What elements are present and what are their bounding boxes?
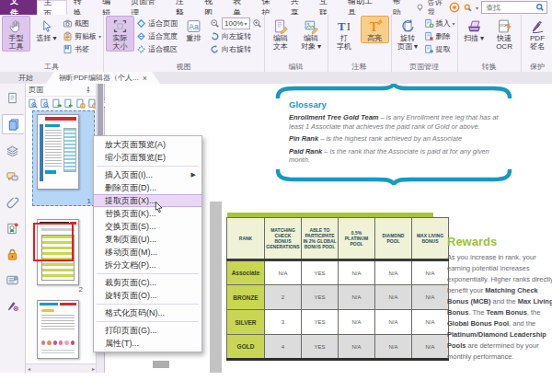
context-menu-item-5[interactable]: 提取页面(X)... xyxy=(94,194,201,207)
context-menu-item-1[interactable]: 缩小页面预览(E) xyxy=(94,151,201,164)
context-menu-item-9[interactable]: 移动页面(M)... xyxy=(94,246,201,259)
panel-tool-page-zoom-out[interactable] xyxy=(40,98,51,110)
panel-tool-page-insert[interactable] xyxy=(52,98,63,110)
menu-tab-10[interactable]: 辅助工具 xyxy=(341,0,385,15)
menu-tab-2[interactable]: 编辑 xyxy=(96,0,124,15)
ribbon-small-button-0-2-1[interactable]: 剪贴板▾ xyxy=(63,30,101,42)
ribbon-group-0: 手型 工具选择 ▾截图剪贴板▾书签工具 xyxy=(0,15,104,72)
sidebar-item-security[interactable] xyxy=(3,245,23,263)
ribbon-button-5-1[interactable]: OCR快速 OCR xyxy=(490,16,519,52)
page-thumbnail-2[interactable]: 2 xyxy=(37,219,86,285)
ribbon-small-button-4-1-1[interactable]: 删除 xyxy=(424,30,455,42)
menu-tab-0[interactable]: 主页 xyxy=(37,0,67,15)
ribbon-small-button-1-3-0[interactable]: 100%▾ xyxy=(210,17,261,29)
context-menu-item-7[interactable]: 交换页面(S)... xyxy=(94,220,201,233)
sidebar-item-digital-signatures[interactable] xyxy=(3,219,23,237)
typewriter-icon: TI xyxy=(337,18,352,34)
scroll-right-arrow-icon[interactable]: ▸ xyxy=(92,365,95,372)
menu-tab-11[interactable]: 帮助 xyxy=(386,0,415,15)
ribbon-button-3-0[interactable]: TI打 字机 xyxy=(330,16,359,52)
context-menu-item-15[interactable]: 格式化页码(N)... xyxy=(94,306,201,319)
bulb-icon xyxy=(415,3,425,13)
context-menu-item-13[interactable]: 旋转页面(O)... xyxy=(94,289,201,302)
favorite-icon[interactable] xyxy=(449,2,460,13)
ribbon-button-1-0[interactable]: 实际 大小 xyxy=(106,16,134,52)
search-options-dropdown-icon[interactable]: ▾ xyxy=(476,5,478,11)
nav-page-icon xyxy=(6,91,19,105)
sidebar-item-fields[interactable] xyxy=(3,271,23,289)
sidebar-item-bookmarks[interactable] xyxy=(3,88,23,107)
menu-item-label: 交换页面(S)... xyxy=(105,220,156,233)
menu-tab-6[interactable]: 表单 xyxy=(226,0,255,15)
context-menu-item-3[interactable]: 插入页面(I)...▶ xyxy=(94,168,201,181)
sidebar-item-sign[interactable] xyxy=(3,296,23,315)
document-tab-0[interactable]: 开始 xyxy=(6,72,46,84)
ribbon-small-button-4-1-2[interactable]: 提取 xyxy=(424,43,455,55)
ribbon-button-2-0[interactable]: 编辑 文本 xyxy=(267,16,295,52)
menu-tab-8[interactable]: 共享 xyxy=(284,0,313,15)
ribbon-button-4-0[interactable]: 旋转 页面 ▾ xyxy=(394,16,422,52)
sidebar-item-pages[interactable] xyxy=(2,114,24,134)
ribbon-button-0-0[interactable]: 手型 工具 xyxy=(2,16,30,52)
ribbon-button-label: 旋转 页面 ▾ xyxy=(397,34,418,51)
context-menu-item-6[interactable]: 替换页面(K)... xyxy=(94,207,201,220)
panel-tool-page-extract[interactable] xyxy=(63,98,75,110)
panel-tool-page-rotate-left[interactable] xyxy=(75,98,86,110)
document-scrollbar-thumb[interactable] xyxy=(153,361,169,368)
page-thumbnail-1[interactable]: 1 xyxy=(32,110,95,206)
context-menu-item-10[interactable]: 拆分文档(P)... xyxy=(94,259,201,271)
context-menu-item-12[interactable]: 裁剪页面(C)... xyxy=(94,276,201,289)
ribbon-group-label-4: 页面管理 xyxy=(394,62,455,72)
menu-tab-7[interactable]: 保护 xyxy=(255,0,283,15)
menu-tab-1[interactable]: 转换 xyxy=(67,0,96,15)
menu-tab-5[interactable]: 视图 xyxy=(198,0,226,15)
ribbon-button-0-1[interactable]: 选择 ▾ xyxy=(32,16,61,43)
thumbnail-content xyxy=(41,315,75,331)
context-menu-item-18[interactable]: 属性(T)... xyxy=(94,337,201,350)
sidebar-item-layers[interactable] xyxy=(3,142,23,160)
document-tab-1[interactable]: 福昕PDF编辑器（个人...× xyxy=(46,72,160,84)
search-options-icon[interactable] xyxy=(463,3,473,13)
file-menu-button[interactable]: 文件 xyxy=(0,0,37,15)
glossary-definition: – is the highest rank achieved by an Ass… xyxy=(318,134,462,143)
sidebar-item-attachments[interactable] xyxy=(3,193,23,212)
ribbon-small-button-0-2-2[interactable]: 书签 xyxy=(63,43,101,55)
ocr-icon: OCR xyxy=(497,18,512,34)
scroll-left-arrow-icon[interactable]: ◂ xyxy=(28,365,30,372)
search-icon[interactable] xyxy=(535,3,545,12)
panel-tool-page-zoom-in[interactable] xyxy=(28,98,39,110)
ribbon-small-button-1-1-1[interactable]: 适合宽度 xyxy=(136,30,178,42)
ribbon-group-5: 扫描 ▾OCR快速 OCR转换 xyxy=(458,15,522,72)
ribbon-small-button-0-2-0[interactable]: 截图 xyxy=(63,17,101,29)
context-menu-item-4[interactable]: 删除页面(D)... xyxy=(94,181,201,194)
ribbon-small-button-1-3-1[interactable]: 向左旋转 xyxy=(210,30,261,42)
panel-horizontal-scrollbar[interactable]: ◂ ▸ xyxy=(26,363,97,373)
zoom-level-select[interactable]: 100%▾ xyxy=(222,17,249,29)
ribbon-small-button-4-1-0[interactable]: 插入▾ xyxy=(424,17,455,29)
thumbnail-content xyxy=(45,117,76,121)
ribbon-button-6-0[interactable]: PDF 签名 xyxy=(523,16,552,52)
search-input[interactable] xyxy=(484,3,535,13)
fit-visible-icon xyxy=(136,44,146,54)
svg-text:I: I xyxy=(346,20,350,33)
ribbon-button-5-0[interactable]: 扫描 ▾ xyxy=(460,16,489,43)
tab-close-icon[interactable]: × xyxy=(143,74,147,83)
ribbon-button-2-1[interactable]: 编辑 对象 ▾ xyxy=(297,16,326,52)
context-menu-item-17[interactable]: 打印页面(G)... xyxy=(94,324,201,337)
ribbon-small-button-1-1-0[interactable]: 适合页面 xyxy=(136,17,178,29)
table-rank-cell: GOLD xyxy=(227,335,265,360)
rewards-body: As you increase in rank, your earning po… xyxy=(447,252,552,363)
ribbon-small-button-1-3-2[interactable]: 向右旋转 xyxy=(210,43,261,55)
ribbon-button-1-2[interactable]: Aa重排 xyxy=(179,16,208,43)
menu-tab-9[interactable]: 互联 xyxy=(313,0,341,15)
context-menu-item-8[interactable]: 复制页面(U)... xyxy=(94,233,201,246)
thumbnail-content xyxy=(63,128,76,172)
ribbon-button-3-1[interactable]: T高亮 xyxy=(361,16,389,43)
panel-pin-icon[interactable] xyxy=(85,86,92,94)
sidebar-item-comments[interactable] xyxy=(3,167,23,186)
ribbon-small-button-1-1-2[interactable]: 适合视区 xyxy=(136,43,178,55)
context-menu-item-0[interactable]: 放大页面预览(A) xyxy=(94,138,201,151)
menu-tab-4[interactable]: 注释 xyxy=(169,0,198,15)
page-thumbnail-3[interactable] xyxy=(37,300,86,359)
menu-tab-3[interactable]: 页面管理 xyxy=(124,0,168,15)
